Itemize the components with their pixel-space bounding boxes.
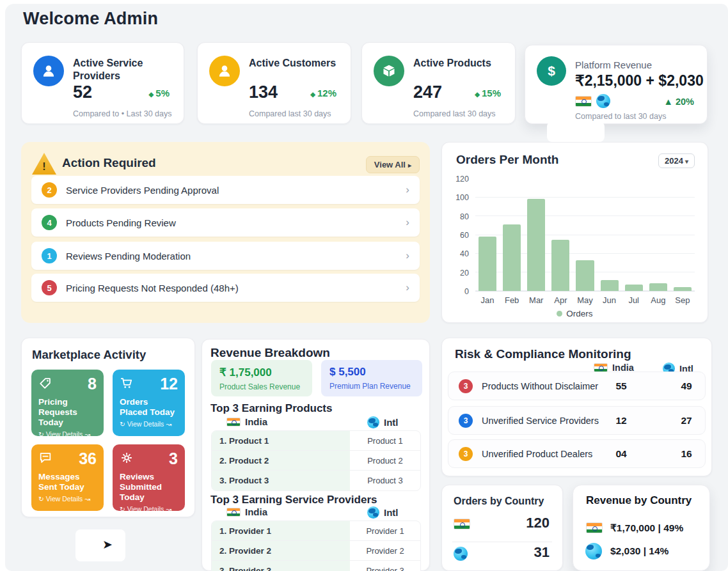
y-tick-label: 60: [447, 230, 469, 240]
tag-icon: [38, 376, 52, 393]
action-item-products-pending-review[interactable]: 4 Products Pending Review ›: [31, 208, 420, 237]
india-flag-icon: [226, 508, 241, 517]
box-icon: [374, 56, 404, 86]
chart-title: Orders Per Month: [456, 153, 558, 167]
table-row: 1. Provider 1Provider 1: [212, 521, 420, 541]
caret-right-icon: ▸: [408, 162, 411, 169]
intl-count: 49: [672, 380, 700, 392]
india-orders-count: 120: [526, 515, 550, 531]
bar: [503, 224, 521, 291]
india-count: 55: [607, 380, 635, 392]
view-details-link[interactable]: ↻ View Details ↝: [38, 495, 97, 503]
chevron-right-icon: ›: [406, 281, 409, 294]
action-item-label: Service Providers Pending Approval: [66, 185, 219, 196]
product-sales-revenue-box: ₹ 1,75,000 Product Sales Revenue: [211, 360, 312, 396]
risk-row-unverified-product-dealers: 3 Unverified Product Dealers 04 16: [448, 439, 706, 468]
risk-compliance-card: Risk & Compliance Monitoring India Intl …: [441, 338, 712, 476]
stat-value: 134: [249, 82, 278, 102]
orders-per-month-card: Orders Per Month 2024▾ 120100806040200 J…: [441, 142, 708, 323]
stat-value: ₹2,15,000 + $2,030: [575, 72, 704, 90]
revenue-value: ₹ 1,75,000: [219, 366, 304, 379]
top-products-title: Top 3 Earning Products: [210, 402, 332, 415]
stat-compare: Compared to • Last 30 days: [73, 109, 171, 118]
y-tick-label: 100: [447, 192, 469, 203]
stat-card-platform-revenue: $ Platform Revenue ₹2,15,000 + $2,030 ▲ …: [525, 45, 708, 124]
globe-icon: [454, 547, 468, 561]
y-tick-label: 40: [447, 249, 469, 259]
stat-change: ◆12%: [310, 88, 336, 98]
risk-title: Risk & Compliance Monitoring: [455, 347, 631, 361]
count-badge: 5: [42, 280, 57, 295]
bar-column-mar: Mar: [524, 179, 548, 291]
risk-label: Unverified Product Dealers: [482, 449, 592, 459]
view-all-button[interactable]: View All▸: [366, 156, 420, 173]
arrow-icon: ↝: [84, 430, 90, 438]
view-details-link[interactable]: ↻ View Details ↝: [38, 430, 97, 438]
orders-by-country-title: Orders by Country: [454, 496, 544, 507]
redaction-patch: [75, 529, 125, 561]
risk-label: Unverified Service Providers: [482, 416, 599, 426]
x-tick-label: Jul: [628, 295, 639, 305]
chart-y-axis: 120100806040200: [447, 174, 469, 297]
legend-dot-icon: [557, 311, 562, 317]
view-details-link[interactable]: ↻ View Details ↝: [120, 505, 178, 513]
arrow-icon: ↝: [166, 420, 171, 428]
bar-column-jul: Jul: [622, 179, 646, 291]
tile-orders-placed[interactable]: 12 Orders Placed Today ↻ View Details ↝: [113, 370, 185, 436]
tile-reviews-submitted[interactable]: 3 Reviews Submitted Today ↻ View Details…: [113, 444, 185, 511]
chart-legend: Orders: [442, 309, 708, 318]
tile-value: 3: [169, 451, 178, 467]
tile-messages-sent[interactable]: 36 Messages Sent Today ↻ View Details ↝: [31, 444, 104, 511]
table-row: 3. Provider 3Provider 3: [212, 561, 420, 571]
tile-pricing-requests[interactable]: 8 Pricing Requests Today ↻ View Details …: [31, 370, 104, 436]
india-count: 04: [607, 448, 635, 460]
stat-card-active-service-providers: Active Service Providers 52 ◆5% Compared…: [21, 42, 184, 124]
bar: [649, 283, 667, 291]
count-badge: 2: [42, 182, 57, 198]
x-tick-label: Aug: [651, 295, 665, 305]
tile-label: Reviews Submitted Today: [120, 472, 178, 503]
refresh-icon: ↻: [38, 430, 44, 438]
stat-label: Active Service Providers: [73, 57, 169, 82]
revenue-value: $ 5,500: [329, 366, 414, 379]
x-tick-label: Feb: [505, 295, 519, 305]
stat-change: ◆5%: [149, 88, 170, 98]
action-item-service-providers-pending[interactable]: 2 Service Providers Pending Approval ›: [31, 176, 420, 204]
count-badge: 3: [459, 379, 473, 393]
divider: [452, 542, 552, 542]
stat-card-active-customers: Active Customers 134 ◆12% Compared last …: [197, 42, 351, 124]
risk-row-products-without-disclaimer: 3 Products Without Disclaimer 55 49: [448, 372, 706, 400]
stat-label: Platform Revenue: [575, 59, 652, 70]
x-tick-label: Jun: [603, 295, 616, 305]
arrow-icon: ↝: [84, 495, 90, 503]
action-item-label: Products Pending Review: [66, 217, 176, 228]
bar: [674, 287, 692, 291]
globe-icon: [367, 416, 379, 428]
revenue-breakdown-title: Revenue Breakdown: [210, 346, 330, 360]
revenue-by-country-card: Revenue by Country ₹1,70,000 | 49% $2,03…: [573, 485, 710, 571]
region-icons: [575, 94, 610, 108]
stat-change: ◆15%: [475, 88, 501, 98]
y-tick-label: 120: [447, 174, 469, 184]
action-item-reviews-pending-moderation[interactable]: 1 Reviews Pending Moderation ›: [31, 242, 420, 270]
action-item-pricing-requests-not-responded[interactable]: 5 Pricing Requests Not Responded (48h+) …: [31, 274, 420, 302]
year-dropdown[interactable]: 2024▾: [658, 153, 695, 168]
y-tick-label: 80: [447, 212, 469, 222]
bar: [576, 260, 594, 291]
table-row: 1. Product 1Product 1: [212, 431, 420, 451]
marketplace-activity-card: Marketplace Activity 8 Pricing Requests …: [21, 338, 195, 517]
chart-plot: JanFebMarAprMayJunJulAugSep: [475, 179, 695, 292]
stat-change-value: 20%: [676, 97, 694, 107]
stat-compare: Compared last 30 days: [413, 109, 496, 118]
x-tick-label: Sep: [675, 295, 690, 305]
table-row: 2. Provider 2Provider 2: [212, 541, 420, 561]
bar-column-jun: Jun: [597, 179, 622, 291]
bar: [527, 199, 545, 291]
column-header-india: India: [226, 416, 267, 427]
y-tick-label: 20: [447, 268, 469, 278]
view-details-link[interactable]: ↻ View Details ↝: [120, 420, 178, 428]
stat-compare: Compared last 30 days: [249, 109, 331, 118]
x-tick-label: May: [577, 295, 593, 305]
globe-icon: [367, 506, 379, 519]
tile-value: 8: [88, 376, 97, 392]
